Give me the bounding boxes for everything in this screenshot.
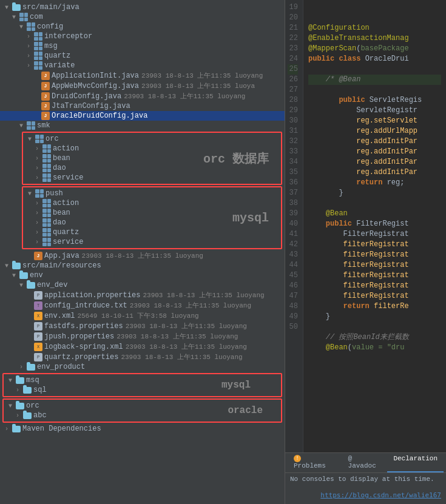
- tab-problems[interactable]: ! Problems: [288, 453, 342, 472]
- file-tree: ▼ src/main/java ▼ com ▼ config › interce…: [0, 0, 285, 504]
- tree-item-orc-service[interactable]: › service: [23, 173, 281, 183]
- tree-item-app-properties[interactable]: P application.properties 23903 18-8-13 上…: [0, 290, 285, 300]
- tree-label: com: [30, 13, 43, 21]
- tree-label: service: [53, 238, 83, 246]
- tree-label: fastdfs.properties: [44, 322, 123, 331]
- tab-javadoc[interactable]: @ Javadoc: [342, 453, 388, 472]
- file-icon: X: [34, 312, 42, 320]
- package-icon: [42, 173, 51, 182]
- file-meta: 25649 18-10-11 下午3:58 luoyang: [77, 311, 198, 320]
- package-icon: [34, 32, 42, 41]
- tree-item-smk[interactable]: ▼ smk: [0, 121, 285, 130]
- code-area: 19 20 21 22 23 24 25 26 27 28 29 30 31 3…: [285, 0, 446, 452]
- package-icon: [42, 144, 51, 153]
- package-icon: [19, 13, 28, 21]
- tree-item-appinit[interactable]: J ApplicationInit.java 23903 18-8-13 上午1…: [0, 70, 285, 81]
- expand-arrow: ▼: [5, 4, 12, 11]
- tree-item-jpush[interactable]: P jpush.properties 23903 18-8-13 上午11:35…: [0, 331, 285, 341]
- tree-item-push-service[interactable]: › service: [23, 237, 281, 247]
- tree-label: service: [53, 173, 83, 182]
- tree-item-push-quartz[interactable]: › quartz: [23, 227, 281, 237]
- java-icon: J: [41, 112, 50, 120]
- java-icon: J: [34, 252, 42, 260]
- java-icon: J: [41, 92, 50, 101]
- folder-icon: [23, 387, 32, 394]
- tree-label: quartz.properties: [44, 353, 118, 361]
- tree-label: Maven Dependencies: [22, 425, 101, 433]
- package-icon: [42, 238, 51, 246]
- bottom-content: No consoles to display at this time.: [285, 473, 446, 504]
- watermark-link[interactable]: https://blog.csdn.net/walie167: [320, 491, 441, 499]
- tree-label: logback-spring.xml: [44, 343, 123, 351]
- folder-icon: [12, 4, 21, 11]
- tree-item-oracledruid[interactable]: J OracleDruidConfig.java: [0, 111, 285, 121]
- file-icon: T: [34, 301, 42, 310]
- tree-item-app[interactable]: J App.java 23903 18-8-13 上午11:35 luoyang: [0, 250, 285, 261]
- tree-item-com[interactable]: ▼ com: [0, 12, 285, 22]
- tree-item-druidconfig[interactable]: J DruidConfig.java 23903 18-8-13 上午11:35…: [0, 91, 285, 101]
- tree-item-maven[interactable]: › Maven Dependencies: [0, 424, 285, 434]
- tree-label: abc: [33, 411, 47, 420]
- code-content[interactable]: @Configuration @EnableTransactionManag @…: [303, 0, 446, 452]
- package-icon: [42, 228, 51, 237]
- tree-item-jtatran[interactable]: J JtaTranConfig.java: [0, 101, 285, 111]
- tree-item-env-product[interactable]: › env_product: [0, 362, 285, 372]
- tree-item-src-resources[interactable]: ▼ src/main/resources: [0, 261, 285, 270]
- tree-label: sql: [33, 386, 47, 394]
- tree-item-msg[interactable]: › msg: [0, 41, 285, 51]
- file-meta: 23903 18-8-13 上午11:35 luoyang: [124, 92, 245, 101]
- tree-label: application.properties: [44, 291, 140, 300]
- tree-item-logback[interactable]: X logback-spring.xml 23903 18-8-13 上午11:…: [0, 341, 285, 352]
- tree-label: env.xml: [44, 312, 75, 320]
- tree-label: env_product: [37, 363, 85, 371]
- tree-item-orc[interactable]: ▼ orc: [23, 134, 281, 144]
- tree-item-config-txt[interactable]: T config_intrduce.txt 23903 18-8-13 上午11…: [0, 300, 285, 311]
- tree-item-interceptor[interactable]: › interceptor: [0, 32, 285, 41]
- tree-label: msg: [44, 42, 58, 50]
- java-icon: J: [41, 72, 50, 80]
- main-container: ▼ src/main/java ▼ com ▼ config › interce…: [0, 0, 446, 504]
- package-icon: [35, 135, 44, 143]
- tree-item-src-main-java[interactable]: ▼ src/main/java: [0, 2, 285, 12]
- folder-icon: [23, 412, 32, 419]
- tab-declaration[interactable]: Declaration: [387, 453, 444, 472]
- tree-label: env: [30, 271, 43, 280]
- tree-item-quartz[interactable]: › quartz: [0, 51, 285, 61]
- file-icon: P: [34, 322, 42, 331]
- file-meta: 23903 18-8-13 上午11:35 luoyang: [126, 321, 247, 331]
- tree-label: jpush.properties: [44, 332, 114, 341]
- tree-label: smk: [37, 121, 50, 130]
- folder-icon: [12, 426, 21, 432]
- file-meta: 23903 18-8-13 上午11:35 luoyang: [117, 332, 238, 341]
- tree-item-appwebmvc[interactable]: J AppWebMvcConfig.java 23903 18-8-13 上午1…: [0, 81, 285, 91]
- file-meta: 23903 18-8-13 上午11:35 luoya: [141, 81, 255, 90]
- file-meta: 23903 18-8-13 上午11:35 luoyang: [141, 71, 263, 80]
- tree-item-variate[interactable]: › variate: [0, 61, 285, 70]
- file-meta: 23903 18-8-13 上午11:35 luoyang: [82, 251, 203, 260]
- tree-label: ApplicationInit.java: [52, 72, 139, 80]
- tree-item-push[interactable]: ▼ push: [23, 189, 281, 198]
- tree-label: OracleDruidConfig.java: [52, 112, 147, 120]
- package-icon: [42, 199, 51, 207]
- tree-item-fastdfs[interactable]: P fastdfs.properties 23903 18-8-13 上午11:…: [0, 321, 285, 331]
- java-icon: J: [41, 102, 50, 110]
- tree-label: env_dev: [37, 281, 67, 289]
- package-icon: [34, 42, 42, 50]
- tree-label: orc: [46, 135, 59, 143]
- file-meta: 23903 18-8-13 上午11:35 luoyang: [126, 342, 247, 351]
- folder-icon: [27, 364, 35, 371]
- tree-item-config[interactable]: ▼ config: [0, 22, 285, 32]
- java-icon: J: [41, 82, 50, 90]
- oracle-annotation-label: oracle: [228, 405, 263, 416]
- tree-label: bean: [53, 209, 70, 217]
- file-meta: 23903 18-8-13 上午11:35 luoyang: [143, 291, 264, 300]
- tree-item-env[interactable]: ▼ env: [0, 270, 285, 280]
- tree-label: quartz: [53, 228, 79, 237]
- tree-item-env-xml[interactable]: X env.xml 25649 18-10-11 下午3:58 luoyang: [0, 311, 285, 321]
- bottom-message: No consoles to display at this time.: [290, 475, 434, 483]
- tree-item-env-dev[interactable]: ▼ env_dev: [0, 280, 285, 290]
- tree-item-quartz-props[interactable]: P quartz.properties 23903 18-8-13 上午11:3…: [0, 352, 285, 362]
- tree-item-push-action[interactable]: › action: [23, 198, 281, 208]
- folder-icon: [19, 272, 28, 279]
- tree-label: src/main/java: [22, 3, 79, 12]
